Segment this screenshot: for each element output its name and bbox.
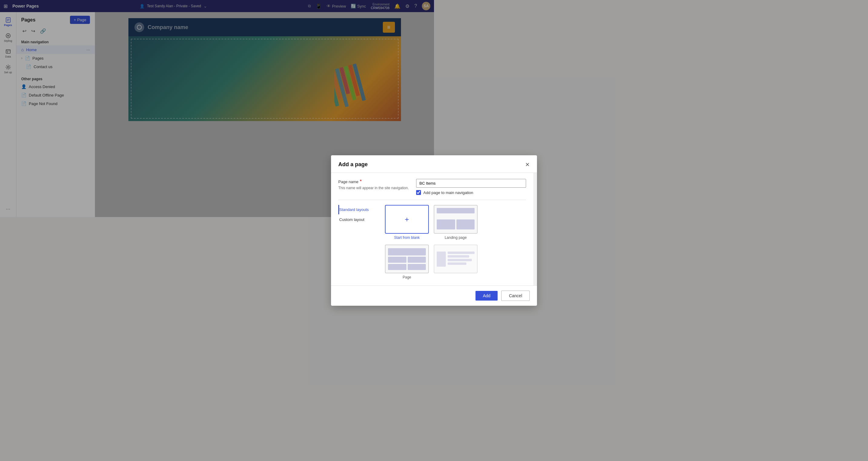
layout-thumbnail-blank: + — [385, 205, 429, 230]
page-name-label-group: Page name * This name will appear in the… — [338, 179, 409, 191]
layout-nav: Standard layouts Custom layout — [338, 205, 378, 230]
add-page-dialog: Add a page ✕ Page name * This name will … — [331, 155, 434, 230]
dialog-title: Add a page — [338, 161, 368, 168]
checkbox-label: Add page to main navigation — [424, 190, 434, 195]
layout-tab-custom[interactable]: Custom layout — [338, 215, 378, 224]
layout-section: Standard layouts Custom layout + Start f… — [338, 205, 434, 230]
main-nav-checkbox[interactable] — [416, 190, 421, 195]
page-name-input[interactable] — [416, 179, 434, 188]
checkbox-row: Add page to main navigation — [416, 190, 434, 195]
page-name-label: Page name * — [338, 179, 409, 184]
layout-card-blank[interactable]: + Start from blank — [385, 205, 429, 230]
dialog-overlay: Add a page ✕ Page name * This name will … — [0, 0, 434, 230]
dialog-header: Add a page ✕ — [331, 155, 434, 173]
layout-grid: + Start from blank — [385, 205, 434, 230]
dialog-body: Page name * This name will appear in the… — [331, 173, 434, 230]
layout-tab-standard[interactable]: Standard layouts — [338, 205, 378, 214]
form-divider — [338, 200, 434, 200]
plus-icon: + — [405, 215, 409, 224]
layout-card-landing[interactable]: Landing page — [434, 205, 434, 230]
page-name-hint: This name will appear in the site naviga… — [338, 186, 409, 191]
dialog-content: Page name * This name will appear in the… — [331, 173, 434, 230]
page-name-inputs: Add page to main navigation — [416, 179, 434, 195]
layout-thumbnail-landing — [434, 205, 434, 230]
page-name-row: Page name * This name will appear in the… — [338, 179, 434, 195]
